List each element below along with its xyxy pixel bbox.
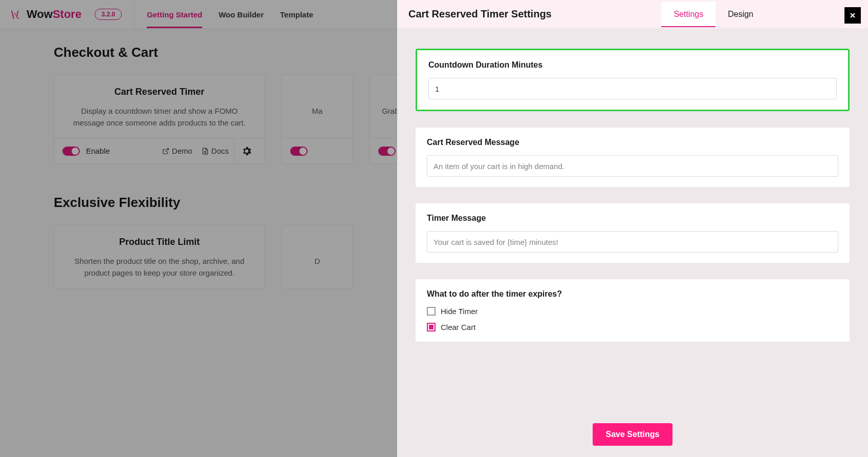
panel-tab-settings[interactable]: Settings [661, 2, 715, 27]
checkbox-label: Clear Cart [441, 323, 475, 331]
countdown-duration-input[interactable] [428, 78, 837, 99]
hide-timer-checkbox[interactable] [427, 307, 436, 316]
panel-tab-design[interactable]: Design [715, 2, 766, 27]
setting-countdown-duration: Countdown Duration Minutes [416, 49, 850, 111]
panel-footer: Save Settings [397, 414, 868, 457]
setting-label: Countdown Duration Minutes [428, 60, 837, 70]
panel-body: Countdown Duration Minutes Cart Reserved… [397, 28, 868, 414]
checkbox-row-hide-timer: Hide Timer [427, 307, 838, 316]
checkbox-label: Hide Timer [441, 307, 478, 316]
timer-message-input[interactable] [427, 231, 838, 253]
save-settings-button[interactable]: Save Settings [593, 423, 673, 446]
setting-expire-action: What to do after the timer expires? Hide… [416, 279, 850, 342]
checkbox-group: Hide Timer Clear Cart [427, 307, 838, 331]
settings-panel: Cart Reserved Timer Settings Settings De… [397, 0, 868, 457]
panel-tabs: Settings Design [661, 2, 766, 27]
close-icon [849, 11, 857, 19]
panel-title: Cart Reserved Timer Settings [408, 8, 552, 20]
setting-timer-message: Timer Message [416, 203, 850, 263]
checkbox-row-clear-cart: Clear Cart [427, 323, 838, 331]
close-button[interactable] [844, 7, 861, 24]
panel-header: Cart Reserved Timer Settings Settings De… [397, 0, 868, 28]
setting-cart-reserved-message: Cart Reserved Message [416, 128, 850, 187]
setting-label: Timer Message [427, 214, 838, 223]
clear-cart-checkbox[interactable] [427, 323, 436, 331]
cart-reserved-message-input[interactable] [427, 155, 838, 177]
setting-label: Cart Reserved Message [427, 138, 838, 147]
setting-label: What to do after the timer expires? [427, 289, 838, 299]
